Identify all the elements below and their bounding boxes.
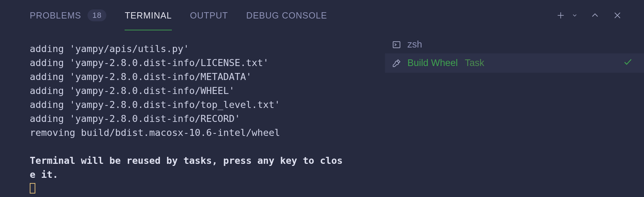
terminal-line: adding 'yampy-2.8.0.dist-info/RECORD': [30, 112, 385, 126]
tab-problems-label: PROBLEMS: [30, 10, 81, 21]
terminal-list: zsh Build Wheel Task: [385, 31, 644, 197]
tab-problems[interactable]: PROBLEMS 18: [30, 1, 106, 30]
terminal-output[interactable]: adding 'yampy/apis/utils.py' adding 'yam…: [0, 31, 385, 197]
new-terminal-dropdown-icon[interactable]: [571, 10, 578, 21]
new-terminal-button[interactable]: [555, 10, 566, 21]
terminal-footer-line: Terminal will be reused by tasks, press …: [30, 154, 385, 168]
tab-terminal-label: TERMINAL: [125, 10, 172, 21]
maximize-panel-button[interactable]: [589, 10, 601, 21]
terminal-line: adding 'yampy-2.8.0.dist-info/METADATA': [30, 70, 385, 84]
panel-body: adding 'yampy/apis/utils.py' adding 'yam…: [0, 31, 644, 197]
tab-debug-console-label: DEBUG CONSOLE: [246, 10, 327, 21]
terminal-cursor: [30, 183, 35, 194]
terminal-line: adding 'yampy-2.8.0.dist-info/LICENSE.tx…: [30, 56, 385, 70]
terminal-entry-zsh[interactable]: zsh: [385, 36, 644, 53]
terminal-line: [30, 140, 385, 154]
terminal-entry-label: zsh: [407, 39, 422, 50]
tab-terminal[interactable]: TERMINAL: [125, 2, 172, 29]
terminal-entry-label: Build Wheel: [407, 58, 458, 68]
bottom-panel: PROBLEMS 18 TERMINAL OUTPUT DEBUG CONSOL…: [0, 0, 644, 197]
terminal-footer-line: e it.: [30, 168, 385, 182]
tab-output[interactable]: OUTPUT: [190, 2, 228, 29]
tab-debug-console[interactable]: DEBUG CONSOLE: [246, 2, 327, 29]
panel-tab-bar: PROBLEMS 18 TERMINAL OUTPUT DEBUG CONSOL…: [0, 0, 644, 31]
terminal-line: removing build/bdist.macosx-10.6-intel/w…: [30, 126, 385, 140]
task-success-icon: [623, 57, 633, 69]
terminal-entry-build-wheel[interactable]: Build Wheel Task: [385, 53, 644, 73]
problems-badge: 18: [88, 9, 106, 21]
panel-actions: [555, 10, 623, 21]
terminal-shell-icon: [391, 39, 402, 50]
terminal-line: adding 'yampy/apis/utils.py': [30, 42, 385, 56]
terminal-entry-sublabel: Task: [465, 58, 484, 68]
terminal-line: adding 'yampy-2.8.0.dist-info/WHEEL': [30, 84, 385, 98]
tools-icon: [391, 58, 402, 68]
close-panel-button[interactable]: [612, 10, 623, 21]
panel-tabs: PROBLEMS 18 TERMINAL OUTPUT DEBUG CONSOL…: [30, 1, 555, 30]
terminal-line: adding 'yampy-2.8.0.dist-info/top_level.…: [30, 98, 385, 112]
tab-output-label: OUTPUT: [190, 10, 228, 21]
